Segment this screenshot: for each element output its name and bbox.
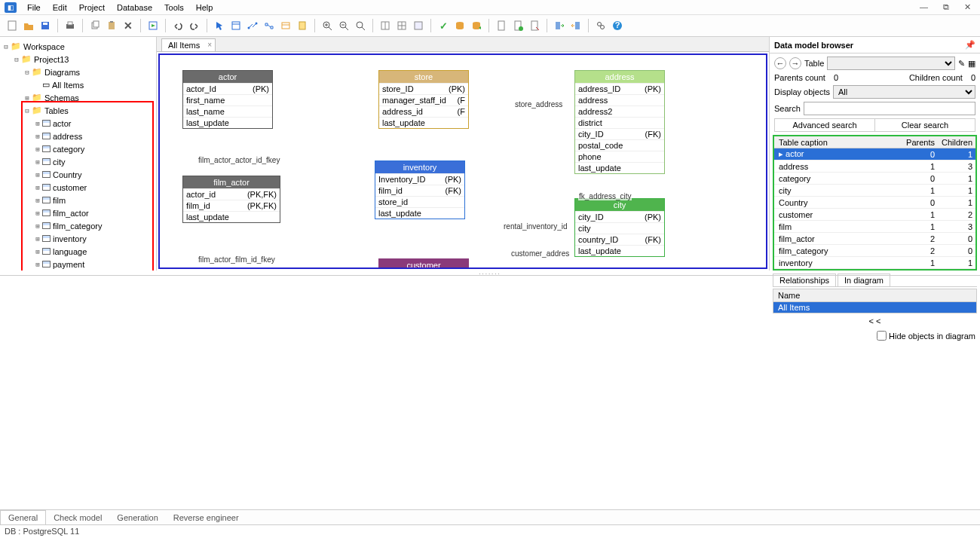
export1-icon[interactable] bbox=[552, 18, 567, 33]
grid-row-city[interactable]: city11 bbox=[774, 185, 975, 197]
grid3-icon[interactable] bbox=[411, 18, 426, 33]
menu-file[interactable]: File bbox=[21, 3, 47, 12]
menu-help[interactable]: Help bbox=[190, 3, 219, 12]
settings-icon[interactable] bbox=[593, 18, 608, 33]
tree-table-category[interactable]: ⊞category bbox=[2, 142, 156, 155]
view-tool-icon[interactable] bbox=[278, 18, 293, 33]
tree-project[interactable]: ⊟📁Project13 bbox=[2, 53, 156, 66]
open-icon[interactable] bbox=[21, 18, 36, 33]
tab-general[interactable]: General bbox=[0, 510, 46, 524]
check-icon[interactable]: ✓ bbox=[436, 18, 451, 33]
nav-back-icon[interactable]: ← bbox=[774, 57, 786, 69]
advanced-search-button[interactable]: Advanced search bbox=[775, 119, 875, 131]
tab-close-icon[interactable]: × bbox=[207, 41, 212, 49]
doc1-icon[interactable] bbox=[494, 18, 509, 33]
tree-table-actor[interactable]: ⊞actor bbox=[2, 117, 156, 130]
object-combo[interactable] bbox=[827, 57, 955, 70]
tree-schemas[interactable]: ⊞📁Schemas bbox=[2, 91, 156, 104]
grid2-icon[interactable] bbox=[394, 18, 409, 33]
grid-row-address[interactable]: address13 bbox=[774, 160, 975, 173]
browse-icon[interactable]: ▦ bbox=[968, 59, 975, 69]
tree-table-address[interactable]: ⊞address bbox=[2, 130, 156, 142]
doc3-icon[interactable] bbox=[527, 18, 542, 33]
entity-customer[interactable]: customerCustomer_ID(PK)store_IDfirst_nam… bbox=[378, 258, 469, 269]
tree-allitems[interactable]: ▭All Items bbox=[2, 78, 156, 91]
zoom-fit-icon[interactable] bbox=[353, 18, 368, 33]
close-icon[interactable]: ✕ bbox=[958, 2, 977, 12]
entity-city[interactable]: citycity_ID(PK)citycountry_ID(FK)last_up… bbox=[574, 198, 665, 257]
tab-generation[interactable]: Generation bbox=[109, 511, 165, 524]
tab-reverse[interactable]: Reverse engineer bbox=[166, 511, 247, 524]
redo-icon[interactable] bbox=[187, 18, 202, 33]
tree-table-film_actor[interactable]: ⊞film_actor bbox=[2, 206, 156, 219]
relation-icon[interactable] bbox=[245, 18, 260, 33]
search-input[interactable] bbox=[804, 102, 975, 115]
objects-grid[interactable]: Table caption Parents Children ▸ actor01… bbox=[773, 135, 977, 271]
col-caption[interactable]: Table caption bbox=[774, 138, 900, 147]
grid-row-customer[interactable]: customer12 bbox=[774, 209, 975, 221]
entity-inventory[interactable]: inventoryInventory_ID(PK)film_id(FK)stor… bbox=[375, 160, 465, 219]
tree-table-customer[interactable]: ⊞customer bbox=[2, 181, 156, 194]
zoom-out-icon[interactable] bbox=[336, 18, 351, 33]
restore-icon[interactable]: ⧉ bbox=[937, 2, 955, 12]
tree-table-inventory[interactable]: ⊞inventory bbox=[2, 232, 156, 245]
tab-check-model[interactable]: Check model bbox=[46, 511, 109, 524]
entity-film-actor[interactable]: film_actoractor_id(PK,FK)film_id(PK,FK)l… bbox=[182, 176, 280, 223]
menu-tools[interactable]: Tools bbox=[158, 3, 190, 12]
grid-row-actor[interactable]: ▸ actor01 bbox=[774, 148, 975, 160]
undo-icon[interactable] bbox=[170, 18, 185, 33]
menu-edit[interactable]: Edit bbox=[47, 3, 73, 12]
db-sync2-icon[interactable] bbox=[469, 18, 484, 33]
pointer-icon[interactable] bbox=[212, 18, 227, 33]
run-icon[interactable] bbox=[145, 18, 161, 33]
tab-allitems[interactable]: All Items× bbox=[161, 38, 216, 51]
panel-title: Data model browser bbox=[774, 41, 853, 50]
diagram-canvas[interactable]: actoractor_Id(PK)first_namelast_namelast… bbox=[158, 53, 767, 269]
grid-row-category[interactable]: category01 bbox=[774, 173, 975, 185]
nav-fwd-icon[interactable]: → bbox=[789, 57, 801, 69]
entity-address[interactable]: addressaddress_ID(PK)addressaddress2dist… bbox=[574, 70, 665, 174]
clear-search-button[interactable]: Clear search bbox=[875, 119, 975, 131]
help-icon[interactable]: ? bbox=[610, 18, 625, 33]
minimize-icon[interactable]: — bbox=[914, 2, 934, 12]
grid-row-film_category[interactable]: film_category20 bbox=[774, 245, 975, 257]
tree-diagrams[interactable]: ⊟📁Diagrams bbox=[2, 66, 156, 78]
project-tree[interactable]: ⊟📁Workspace ⊟📁Project13 ⊟📁Diagrams ▭All … bbox=[0, 37, 157, 271]
tree-table-film[interactable]: ⊞film bbox=[2, 194, 156, 206]
mn-relation-icon[interactable] bbox=[262, 18, 277, 33]
entity-store[interactable]: storestore_ID(PK)manager_staff_id(Faddre… bbox=[378, 70, 469, 129]
svg-rect-2 bbox=[43, 23, 47, 25]
col-children[interactable]: Children bbox=[938, 138, 975, 147]
db-sync1-icon[interactable] bbox=[452, 18, 467, 33]
tree-table-Country[interactable]: ⊞Country bbox=[2, 168, 156, 181]
grid-row-Country[interactable]: Country01 bbox=[774, 197, 975, 209]
display-combo[interactable]: All bbox=[833, 85, 975, 99]
tree-table-city[interactable]: ⊞city bbox=[2, 155, 156, 168]
tree-workspace[interactable]: ⊟📁Workspace bbox=[2, 40, 156, 53]
grid1-icon[interactable] bbox=[378, 18, 393, 33]
new-icon[interactable] bbox=[5, 18, 20, 33]
save-icon[interactable] bbox=[38, 18, 53, 33]
grid-row-film[interactable]: film13 bbox=[774, 221, 975, 233]
export2-icon[interactable] bbox=[568, 18, 583, 33]
table-tool-icon[interactable] bbox=[228, 18, 243, 33]
menu-project[interactable]: Project bbox=[73, 3, 111, 12]
tree-table-payment[interactable]: ⊞payment bbox=[2, 258, 156, 271]
delete-icon[interactable]: ✕ bbox=[121, 18, 136, 33]
copy-icon[interactable] bbox=[87, 18, 103, 33]
doc2-icon[interactable] bbox=[510, 18, 525, 33]
note-icon[interactable] bbox=[295, 18, 310, 33]
menu-database[interactable]: Database bbox=[111, 3, 158, 12]
paste-icon[interactable] bbox=[104, 18, 119, 33]
entity-actor[interactable]: actoractor_Id(PK)first_namelast_namelast… bbox=[182, 70, 273, 129]
tree-table-language[interactable]: ⊞language bbox=[2, 245, 156, 258]
tree-table-film_category[interactable]: ⊞film_category bbox=[2, 219, 156, 232]
zoom-in-icon[interactable] bbox=[320, 18, 335, 33]
edit-icon[interactable]: ✎ bbox=[958, 59, 965, 69]
grid-row-film_actor[interactable]: film_actor20 bbox=[774, 233, 975, 245]
tree-tables[interactable]: ⊟📁Tables bbox=[2, 104, 156, 117]
grid-row-inventory[interactable]: inventory11 bbox=[774, 257, 975, 269]
col-parents[interactable]: Parents bbox=[900, 138, 938, 147]
print-icon[interactable] bbox=[63, 18, 78, 33]
pin-icon[interactable]: 📌 bbox=[965, 40, 975, 50]
